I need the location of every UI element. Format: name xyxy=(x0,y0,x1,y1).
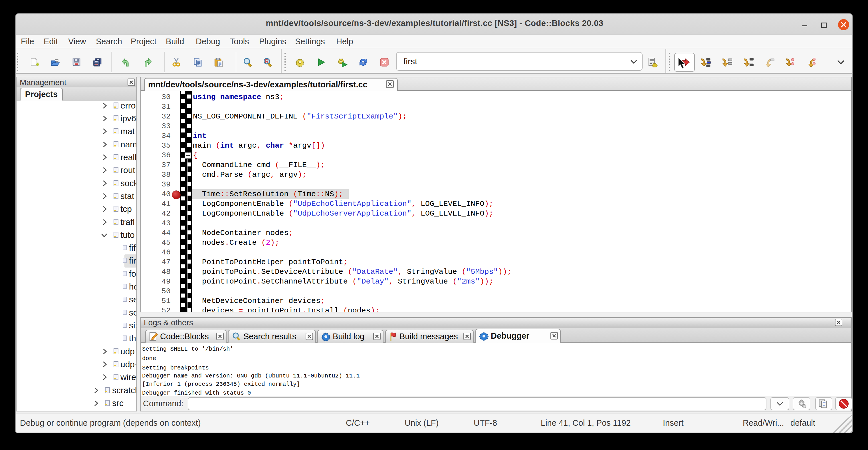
svg-text:R: R xyxy=(265,59,269,64)
